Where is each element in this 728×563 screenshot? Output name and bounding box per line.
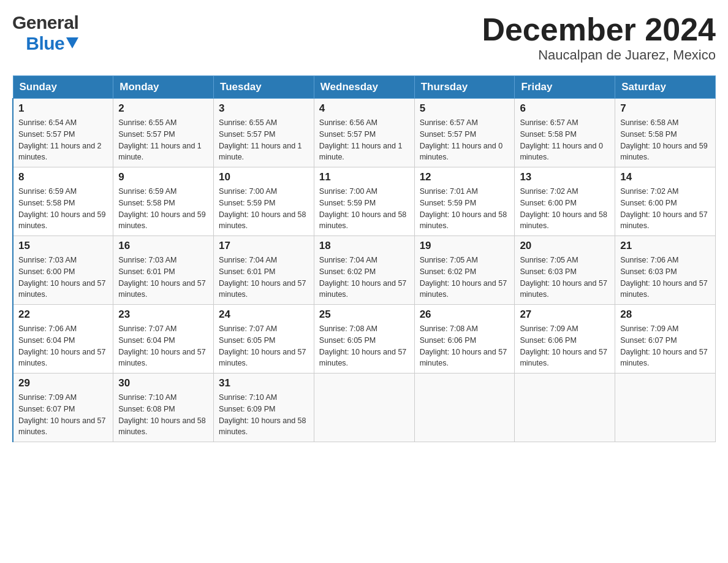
day-info: Sunrise: 7:10 AMSunset: 6:09 PMDaylight:… [219,392,309,438]
day-info: Sunrise: 7:04 AMSunset: 6:01 PMDaylight:… [219,255,309,301]
day-info: Sunrise: 7:00 AMSunset: 5:59 PMDaylight:… [319,186,409,232]
day-number: 26 [420,308,510,321]
calendar-cell: 21Sunrise: 7:06 AMSunset: 6:03 PMDayligh… [615,236,716,305]
day-number: 15 [18,240,108,252]
calendar-cell: 20Sunrise: 7:05 AMSunset: 6:03 PMDayligh… [515,236,615,305]
day-number: 16 [118,240,208,252]
col-header-sunday: Sunday [13,76,113,99]
col-header-monday: Monday [113,76,214,99]
calendar-cell: 7Sunrise: 6:58 AMSunset: 5:58 PMDaylight… [615,99,716,167]
col-header-tuesday: Tuesday [214,76,314,99]
logo-blue-text: Blue [26,33,64,54]
day-info: Sunrise: 6:55 AMSunset: 5:57 PMDaylight:… [118,117,208,163]
day-number: 9 [118,171,208,183]
calendar-cell: 6Sunrise: 6:57 AMSunset: 5:58 PMDaylight… [515,99,615,167]
calendar-cell: 4Sunrise: 6:56 AMSunset: 5:57 PMDaylight… [314,99,414,167]
day-number: 4 [319,102,409,115]
calendar-cell: 9Sunrise: 6:59 AMSunset: 5:58 PMDaylight… [113,167,214,236]
calendar-week-4: 22Sunrise: 7:06 AMSunset: 6:04 PMDayligh… [13,305,716,373]
day-number: 1 [18,102,108,115]
calendar-cell: 16Sunrise: 7:03 AMSunset: 6:01 PMDayligh… [113,236,214,305]
col-header-wednesday: Wednesday [314,76,414,99]
calendar-body: 1Sunrise: 6:54 AMSunset: 5:57 PMDaylight… [13,99,716,442]
day-number: 31 [219,377,309,389]
day-info: Sunrise: 7:07 AMSunset: 6:04 PMDaylight:… [118,323,208,369]
calendar-cell: 27Sunrise: 7:09 AMSunset: 6:06 PMDayligh… [515,305,615,373]
day-info: Sunrise: 7:02 AMSunset: 6:00 PMDaylight:… [620,186,710,232]
day-info: Sunrise: 6:59 AMSunset: 5:58 PMDaylight:… [18,186,108,232]
day-info: Sunrise: 7:06 AMSunset: 6:03 PMDaylight:… [620,255,710,301]
day-info: Sunrise: 6:55 AMSunset: 5:57 PMDaylight:… [219,117,309,163]
day-info: Sunrise: 7:09 AMSunset: 6:07 PMDaylight:… [620,323,710,369]
calendar-cell: 10Sunrise: 7:00 AMSunset: 5:59 PMDayligh… [214,167,314,236]
col-header-saturday: Saturday [615,76,716,99]
calendar-cell: 13Sunrise: 7:02 AMSunset: 6:00 PMDayligh… [515,167,615,236]
day-number: 27 [520,308,610,321]
day-number: 10 [219,171,309,183]
calendar-cell: 14Sunrise: 7:02 AMSunset: 6:00 PMDayligh… [615,167,716,236]
day-info: Sunrise: 7:03 AMSunset: 6:01 PMDaylight:… [118,255,208,301]
day-number: 14 [620,171,710,183]
logo-arrow-icon [66,37,78,50]
day-number: 20 [520,240,610,252]
day-info: Sunrise: 7:09 AMSunset: 6:07 PMDaylight:… [18,392,108,438]
calendar-cell: 17Sunrise: 7:04 AMSunset: 6:01 PMDayligh… [214,236,314,305]
day-number: 11 [319,171,409,183]
day-number: 12 [420,171,510,183]
day-info: Sunrise: 7:08 AMSunset: 6:05 PMDaylight:… [319,323,409,369]
day-number: 24 [219,308,309,321]
calendar-cell: 22Sunrise: 7:06 AMSunset: 6:04 PMDayligh… [13,305,113,373]
day-info: Sunrise: 7:09 AMSunset: 6:06 PMDaylight:… [520,323,610,369]
day-number: 8 [18,171,108,183]
logo: General Blue [12,12,80,54]
calendar-cell: 23Sunrise: 7:07 AMSunset: 6:04 PMDayligh… [113,305,214,373]
calendar-cell [414,373,515,442]
day-info: Sunrise: 7:05 AMSunset: 6:03 PMDaylight:… [520,255,610,301]
calendar-cell [615,373,716,442]
logo-general-text: General [12,12,78,33]
day-info: Sunrise: 7:02 AMSunset: 6:00 PMDaylight:… [520,186,610,232]
logo-icon: General Blue [12,12,78,54]
day-info: Sunrise: 7:04 AMSunset: 6:02 PMDaylight:… [319,255,409,301]
page-header: General Blue December 2024 Naucalpan de … [12,12,716,63]
day-number: 5 [420,102,510,115]
calendar-cell: 3Sunrise: 6:55 AMSunset: 5:57 PMDaylight… [214,99,314,167]
calendar-cell: 31Sunrise: 7:10 AMSunset: 6:09 PMDayligh… [214,373,314,442]
calendar-cell: 5Sunrise: 6:57 AMSunset: 5:57 PMDaylight… [414,99,515,167]
calendar-cell: 1Sunrise: 6:54 AMSunset: 5:57 PMDaylight… [13,99,113,167]
calendar-cell: 11Sunrise: 7:00 AMSunset: 5:59 PMDayligh… [314,167,414,236]
day-number: 28 [620,308,710,321]
day-info: Sunrise: 7:10 AMSunset: 6:08 PMDaylight:… [118,392,208,438]
day-info: Sunrise: 7:07 AMSunset: 6:05 PMDaylight:… [219,323,309,369]
day-number: 29 [18,377,108,389]
day-info: Sunrise: 7:06 AMSunset: 6:04 PMDaylight:… [18,323,108,369]
month-title: December 2024 [482,12,716,47]
header-row: SundayMondayTuesdayWednesdayThursdayFrid… [13,76,716,99]
day-info: Sunrise: 6:57 AMSunset: 5:57 PMDaylight:… [420,117,510,163]
day-info: Sunrise: 6:57 AMSunset: 5:58 PMDaylight:… [520,117,610,163]
calendar-cell: 18Sunrise: 7:04 AMSunset: 6:02 PMDayligh… [314,236,414,305]
day-info: Sunrise: 6:58 AMSunset: 5:58 PMDaylight:… [620,117,710,163]
svg-marker-0 [66,37,78,48]
day-info: Sunrise: 7:08 AMSunset: 6:06 PMDaylight:… [420,323,510,369]
day-info: Sunrise: 7:03 AMSunset: 6:00 PMDaylight:… [18,255,108,301]
day-info: Sunrise: 7:00 AMSunset: 5:59 PMDaylight:… [219,186,309,232]
col-header-thursday: Thursday [414,76,515,99]
calendar-cell: 15Sunrise: 7:03 AMSunset: 6:00 PMDayligh… [13,236,113,305]
calendar-week-5: 29Sunrise: 7:09 AMSunset: 6:07 PMDayligh… [13,373,716,442]
calendar-cell: 28Sunrise: 7:09 AMSunset: 6:07 PMDayligh… [615,305,716,373]
calendar-week-3: 15Sunrise: 7:03 AMSunset: 6:00 PMDayligh… [13,236,716,305]
day-number: 17 [219,240,309,252]
day-number: 22 [18,308,108,321]
day-number: 19 [420,240,510,252]
calendar-table: SundayMondayTuesdayWednesdayThursdayFrid… [12,75,716,442]
day-number: 13 [520,171,610,183]
calendar-cell [515,373,615,442]
calendar-week-1: 1Sunrise: 6:54 AMSunset: 5:57 PMDaylight… [13,99,716,167]
calendar-cell: 25Sunrise: 7:08 AMSunset: 6:05 PMDayligh… [314,305,414,373]
day-number: 25 [319,308,409,321]
day-number: 7 [620,102,710,115]
day-info: Sunrise: 6:56 AMSunset: 5:57 PMDaylight:… [319,117,409,163]
day-info: Sunrise: 7:05 AMSunset: 6:02 PMDaylight:… [420,255,510,301]
calendar-cell: 30Sunrise: 7:10 AMSunset: 6:08 PMDayligh… [113,373,214,442]
